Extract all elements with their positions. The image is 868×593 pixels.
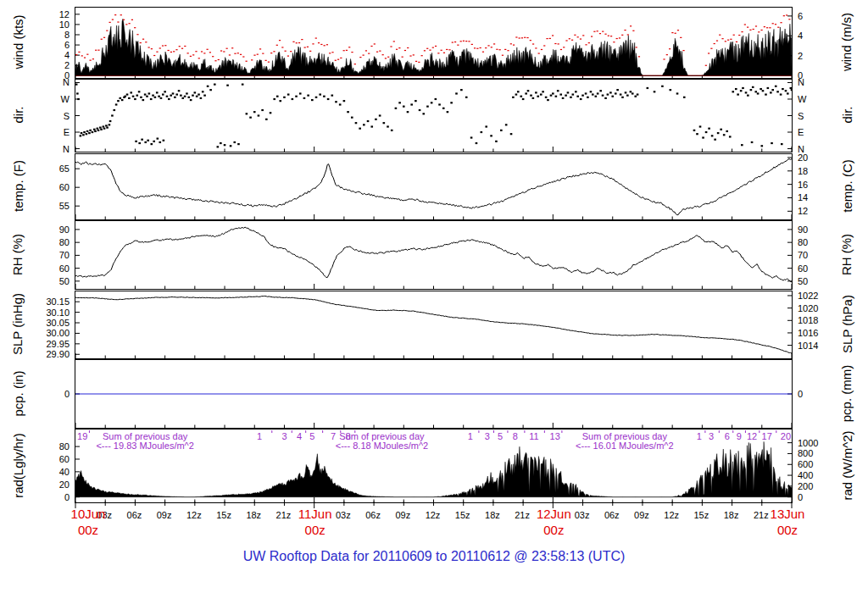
- rad-cumsum-number-day4: 20: [775, 432, 797, 441]
- wind-peak-dot: [463, 41, 465, 42]
- wind-peak-dot: [192, 54, 194, 55]
- wind-peak-dot: [134, 27, 136, 28]
- wind-peak-dot: [677, 30, 679, 30]
- wind-peak-dot: [535, 47, 537, 48]
- axis-title-right-temp: temp. (C): [836, 153, 858, 219]
- tick-label-left-dir: N: [24, 145, 70, 154]
- wind-peak-dot: [786, 14, 787, 15]
- dir-point: [696, 133, 698, 135]
- axis-title-left-text: dir.: [10, 106, 25, 123]
- dir-point: [154, 97, 157, 98]
- dir-point: [530, 95, 532, 97]
- dir-point: [80, 135, 82, 136]
- dir-point: [287, 93, 290, 95]
- dir-point: [559, 93, 562, 95]
- wind-peak-dot: [75, 54, 77, 55]
- dir-point: [567, 91, 570, 93]
- dir-point: [661, 86, 664, 87]
- dir-point: [203, 95, 206, 97]
- wind-peak-dot: [682, 50, 684, 51]
- axis-title-right-text: rad (W/m^2): [840, 430, 854, 500]
- wind-peak-dot: [304, 47, 306, 47]
- wind-peak-dot: [226, 48, 228, 49]
- dir-point: [134, 98, 136, 100]
- dir-point: [604, 97, 607, 99]
- wind-peak-dot: [148, 47, 150, 47]
- wind-peak-dot: [549, 38, 551, 39]
- wind-peak-dot: [106, 30, 108, 31]
- dir-point: [693, 130, 696, 131]
- dir-point: [572, 93, 575, 95]
- dir-point: [168, 98, 170, 100]
- wind-peak-dot: [164, 45, 166, 46]
- wind-peak-dot: [424, 50, 426, 51]
- dir-point: [319, 93, 321, 95]
- wind-peak-dot: [714, 43, 715, 44]
- wind-peak-dot: [632, 30, 634, 31]
- rad-sum-value-2: <--- 8.18 MJoules/m^2: [288, 441, 475, 451]
- wind-peak-dot: [593, 31, 595, 32]
- dir-point: [237, 143, 240, 145]
- dir-point: [747, 95, 749, 97]
- dir-point: [184, 96, 186, 97]
- dir-point: [178, 90, 181, 91]
- wind-peak-dot: [435, 46, 437, 47]
- wind-peak-dot: [298, 42, 300, 43]
- wind-peak-dot: [671, 32, 673, 33]
- wind-peak-dot: [610, 36, 612, 36]
- wind-peak-dot: [97, 50, 99, 51]
- tick-label-left-rh: 60: [24, 264, 70, 274]
- wind-peak-dot: [257, 54, 259, 55]
- dir-point: [597, 92, 599, 94]
- tick-label-left-slp: 30.05: [24, 319, 70, 328]
- dir-point: [77, 98, 80, 100]
- dir-point: [148, 92, 151, 94]
- dir-point: [387, 125, 389, 127]
- dir-point: [481, 131, 483, 133]
- wind-peak-dot: [487, 45, 489, 46]
- wind-peak-dot: [476, 48, 478, 49]
- wind-peak-dot: [195, 51, 197, 52]
- dir-point: [126, 93, 129, 95]
- dir-point: [752, 86, 754, 88]
- dir-point: [100, 129, 103, 130]
- dir-point: [625, 91, 627, 93]
- dir-point: [670, 89, 672, 91]
- wind-peak-dot: [363, 55, 364, 56]
- dir-point: [626, 95, 629, 97]
- wind-peak-dot: [292, 42, 294, 42]
- tick-label-left-slp: 30.10: [24, 308, 70, 318]
- wind-peak-dot: [262, 53, 264, 54]
- wind-peak-dot: [290, 51, 292, 52]
- wind-peak-dot: [209, 52, 211, 53]
- wind-peak-dot: [187, 53, 189, 53]
- wind-peak-dot: [103, 37, 105, 38]
- dir-point: [200, 97, 203, 99]
- wind-peak-dot: [393, 41, 395, 42]
- wind-peak-dot: [81, 55, 83, 56]
- wind-peak-dot: [268, 62, 270, 63]
- dir-point: [495, 141, 498, 142]
- dir-point: [732, 91, 734, 92]
- wind-peak-dot: [281, 47, 283, 47]
- dir-point: [88, 132, 91, 134]
- dir-point: [339, 103, 342, 105]
- wind-peak-dot: [591, 36, 593, 36]
- dir-point: [581, 95, 584, 97]
- dir-point: [476, 142, 478, 144]
- time-label-18z: 18z: [478, 510, 507, 520]
- dir-point: [181, 97, 184, 99]
- dir-point: [602, 95, 604, 97]
- wind-peak-dot: [259, 48, 261, 49]
- day-label-11Jun: 11Jun: [286, 507, 345, 521]
- wind-peak-dot: [429, 50, 431, 51]
- wind-peak-dot: [513, 44, 515, 45]
- wind-peak-dot: [234, 53, 236, 54]
- dir-point: [327, 98, 330, 100]
- wind-peak-dot: [324, 45, 326, 46]
- wind-peak-dot: [721, 38, 723, 39]
- wind-peak-dot: [251, 59, 253, 60]
- wind-peak-dot: [580, 38, 581, 39]
- dir-point: [106, 126, 108, 128]
- wind-peak-dot: [744, 24, 746, 25]
